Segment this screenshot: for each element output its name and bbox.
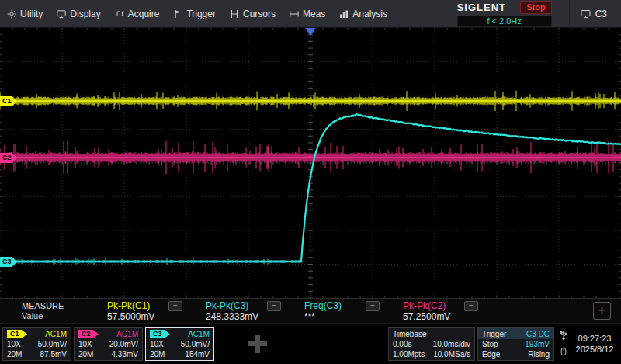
channel-badge-c2: C2 [78, 330, 99, 338]
channel-bandwidth: 20M [150, 350, 165, 359]
active-channel-label: C3 [595, 9, 607, 19]
channel-badge-c1: C1 [7, 330, 27, 338]
timebase-delay: 0.00s [393, 340, 411, 348]
menu-acquire-label: Acquire [128, 9, 160, 19]
measure-label: Freq(C3) [304, 300, 342, 311]
trigger-flag-icon [173, 9, 182, 19]
usb-icon [559, 329, 568, 343]
mouse-icon [559, 345, 568, 359]
measure-value-row-label: Value [22, 311, 87, 321]
menu-trigger-label: Trigger [186, 9, 216, 19]
trigger-source-coupling: C3 DC [526, 330, 550, 338]
clock-time: 09:27:23 [571, 333, 619, 344]
menu-meas-label: Meas [303, 9, 325, 19]
channel-bandwidth: 20M [7, 350, 22, 359]
trigger-mode: Edge [482, 350, 500, 359]
channel-box-c3[interactable]: C3 AC1M 10X 50.0mV/ 20M -154mV [145, 327, 214, 361]
brand-status-block: SIGLENT Stop f < 2.0Hz [457, 1, 552, 27]
menu-trigger[interactable]: Trigger [166, 0, 223, 27]
channel-scale: 50.0mV/ [38, 340, 67, 348]
measure-col-3: Freq(C3) − *** [284, 299, 383, 323]
clock-date: 2025/8/12 [571, 344, 619, 355]
add-channel-button[interactable] [248, 335, 267, 353]
menu-analysis-label: Analysis [352, 9, 387, 19]
main-menu: Utility Display Acquire Trigger Cursors [0, 0, 394, 27]
measure-label: Pk-Pk(C3) [206, 300, 248, 311]
meas-icon [290, 9, 299, 19]
channel-bandwidth: 20M [78, 350, 93, 359]
channel-coupling: AC1M [45, 330, 67, 338]
channel-scale: 20.0mV/ [109, 340, 138, 348]
acquisition-state-button[interactable]: Stop [520, 1, 551, 14]
menu-meas[interactable]: Meas [283, 0, 332, 27]
menu-cursors[interactable]: Cursors [223, 0, 283, 27]
timebase-box[interactable]: Timebase 0.00s 10.0ms/div 1.00Mpts 10.0M… [388, 327, 475, 361]
measure-value: 57.2500mV [403, 311, 481, 322]
channel-display-icon [581, 9, 591, 19]
topbar-status-cluster: SIGLENT Stop f < 2.0Hz C3 [457, 0, 621, 27]
measure-remove-button[interactable]: − [168, 301, 182, 311]
analysis-icon [339, 9, 349, 19]
timebase-sample-rate: 10.0MSa/s [433, 350, 470, 359]
menu-analysis[interactable]: Analysis [332, 0, 394, 27]
channel-scale: 50.0mV/ [181, 340, 210, 348]
trigger-slope: Rising [528, 350, 550, 359]
channel-probe: 10X [78, 340, 92, 348]
measure-value: *** [304, 311, 383, 322]
measure-header-column: MEASURE Value [0, 299, 87, 323]
measure-label: Pk-Pk(C2) [403, 300, 446, 311]
trigger-status: Stop [482, 340, 498, 348]
menu-display[interactable]: Display [50, 0, 107, 27]
peripheral-icons [559, 329, 568, 359]
channel-probe: 10X [150, 340, 164, 348]
measure-label: Pk-Pk(C1) [107, 300, 150, 311]
scope-graticule [0, 28, 621, 298]
channel-offset: 4.33mV [112, 350, 138, 359]
measure-add-button[interactable]: + [593, 302, 611, 320]
measure-title: MEASURE [22, 301, 87, 310]
timebase-memory: 1.00Mpts [393, 350, 425, 359]
measure-col-2: Pk-Pk(C3) − 248.3333mV [186, 299, 284, 323]
channel-probe: 10X [7, 340, 21, 348]
channel-coupling: AC1M [116, 330, 138, 338]
clock: 09:27:23 2025/8/12 [571, 333, 619, 355]
active-channel-indicator[interactable]: C3 [569, 0, 618, 27]
channel-coupling: AC1M [188, 330, 210, 338]
trigger-frequency-readout: f < 2.0Hz [457, 16, 552, 27]
channel-box-c2[interactable]: C2 AC1M 10X 20.0mV/ 20M 4.33mV [74, 327, 143, 361]
measure-value: 248.3333mV [206, 311, 284, 322]
measure-remove-button[interactable]: − [267, 301, 281, 311]
acquire-icon [115, 9, 124, 19]
measure-remove-button[interactable]: − [366, 301, 380, 311]
menu-display-label: Display [70, 9, 100, 19]
trigger-level: 193mV [525, 340, 550, 348]
utility-icon [7, 9, 16, 19]
top-menu-bar: Utility Display Acquire Trigger Cursors [0, 0, 621, 28]
trigger-title: Trigger [482, 330, 506, 338]
timebase-title: Timebase [393, 330, 427, 338]
measure-remove-button[interactable]: − [464, 301, 478, 311]
timebase-scale: 10.0ms/div [433, 340, 470, 348]
channel-box-c1[interactable]: C1 AC1M 10X 50.0mV/ 20M 87.5mV [2, 327, 71, 361]
channel-badge-c3: C3 [150, 330, 170, 338]
trigger-box[interactable]: Trigger C3 DC Stop 193mV Edge Rising [477, 327, 554, 361]
measure-value: 57.5000mV [107, 311, 186, 322]
channel-offset: 87.5mV [40, 350, 67, 359]
measure-bar: MEASURE Value Pk-Pk(C1) − 57.5000mV Pk-P… [0, 298, 621, 324]
trigger-position-marker[interactable] [305, 28, 316, 36]
display-icon [57, 9, 66, 19]
menu-utility[interactable]: Utility [0, 0, 50, 27]
waveform-display[interactable]: C1 C2 C3 [0, 28, 621, 298]
bottom-status-bar: C1 AC1M 10X 50.0mV/ 20M 87.5mV C2 AC1M 1… [0, 324, 621, 364]
menu-cursors-label: Cursors [243, 9, 276, 19]
measure-col-4: Pk-Pk(C2) − 57.2500mV [383, 299, 481, 323]
cursors-icon [230, 9, 239, 19]
measure-col-1: Pk-Pk(C1) − 57.5000mV [87, 299, 186, 323]
channel-offset: -154mV [182, 350, 210, 359]
brand-logo: SIGLENT [457, 2, 506, 13]
menu-acquire[interactable]: Acquire [108, 0, 167, 27]
menu-utility-label: Utility [20, 9, 43, 19]
